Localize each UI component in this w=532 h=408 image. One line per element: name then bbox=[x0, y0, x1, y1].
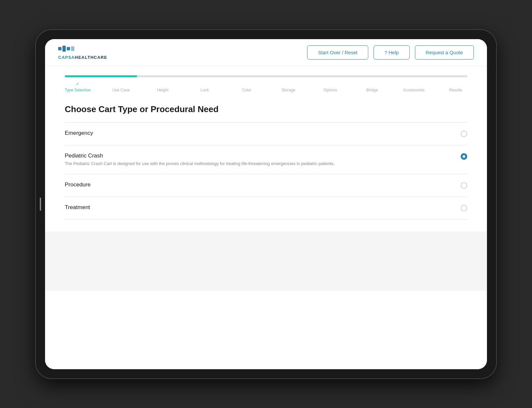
step-label-use-case: Use Case bbox=[112, 88, 130, 92]
option-name-pediatric-crash: Pediatric Crash bbox=[65, 153, 454, 159]
option-desc-pediatric-crash: The Pediatric Crash Cart is designed for… bbox=[65, 160, 454, 167]
step-label-bridge: Bridge bbox=[366, 88, 378, 92]
page-content: Choose Cart Type or Procedural Need Emer… bbox=[45, 92, 487, 232]
step-label-options: Options bbox=[324, 88, 337, 92]
radio-emergency[interactable] bbox=[461, 131, 467, 137]
option-row-treatment[interactable]: Treatment bbox=[65, 197, 467, 220]
header-buttons: Start Over / Reset ? Help Request a Quot… bbox=[307, 45, 474, 60]
header: CAPSAHEALTHCARE Start Over / Reset ? Hel… bbox=[45, 39, 487, 66]
radio-treatment[interactable] bbox=[461, 205, 467, 211]
progress-fill bbox=[65, 75, 137, 77]
main-content: ✓ Type Selection Use Case Height Lock bbox=[45, 66, 487, 369]
step-use-case[interactable]: Use Case bbox=[109, 81, 133, 92]
radio-wrap-emergency[interactable] bbox=[461, 130, 467, 137]
step-accessories[interactable]: Accessories bbox=[402, 81, 425, 92]
step-label-accessories: Accessories bbox=[403, 88, 424, 92]
step-check-options bbox=[330, 81, 331, 86]
bottom-area bbox=[45, 231, 487, 291]
radio-procedure[interactable] bbox=[461, 182, 467, 189]
svg-rect-0 bbox=[58, 47, 61, 50]
radio-wrap-pediatric-crash[interactable] bbox=[461, 153, 467, 160]
step-check-results bbox=[455, 81, 456, 86]
step-label-type-selection: Type Selection bbox=[65, 88, 91, 92]
option-content-emergency: Emergency bbox=[65, 130, 461, 138]
option-row-emergency[interactable]: Emergency bbox=[65, 123, 467, 145]
progress-track bbox=[65, 75, 467, 77]
step-label-storage: Storage bbox=[281, 88, 295, 92]
progress-steps: ✓ Type Selection Use Case Height Lock bbox=[65, 81, 467, 92]
start-over-button[interactable]: Start Over / Reset bbox=[307, 45, 368, 60]
step-height[interactable]: Height bbox=[151, 81, 174, 92]
option-name-treatment: Treatment bbox=[65, 204, 454, 211]
progress-area: ✓ Type Selection Use Case Height Lock bbox=[45, 66, 487, 92]
logo-icon bbox=[58, 45, 75, 54]
step-check-color bbox=[246, 81, 247, 86]
step-type-selection[interactable]: ✓ Type Selection bbox=[65, 81, 91, 92]
help-button[interactable]: ? Help bbox=[374, 45, 409, 60]
option-content-procedure: Procedure bbox=[65, 181, 461, 189]
step-check-height bbox=[162, 81, 163, 86]
step-label-height: Height bbox=[157, 88, 169, 92]
step-label-lock: Lock bbox=[201, 88, 209, 92]
step-color[interactable]: Color bbox=[235, 81, 258, 92]
logo-area: CAPSAHEALTHCARE bbox=[58, 45, 107, 60]
step-label-results: Results bbox=[449, 88, 462, 92]
step-lock[interactable]: Lock bbox=[193, 81, 216, 92]
radio-pediatric-crash[interactable] bbox=[461, 153, 467, 160]
page-title: Choose Cart Type or Procedural Need bbox=[65, 104, 467, 114]
device-frame: CAPSAHEALTHCARE Start Over / Reset ? Hel… bbox=[36, 30, 496, 378]
request-quote-button[interactable]: Request a Quote bbox=[415, 45, 474, 60]
device-screen: CAPSAHEALTHCARE Start Over / Reset ? Hel… bbox=[45, 39, 487, 369]
step-check-bridge bbox=[372, 81, 373, 86]
option-content-treatment: Treatment bbox=[65, 204, 461, 212]
step-check-accessories bbox=[413, 81, 414, 86]
option-list: Emergency Pediatric Crash The Pediatric … bbox=[65, 122, 467, 220]
step-check-use-case bbox=[120, 81, 121, 86]
option-row-pediatric-crash[interactable]: Pediatric Crash The Pediatric Crash Cart… bbox=[65, 145, 467, 175]
step-results[interactable]: Results bbox=[444, 81, 467, 92]
option-row-procedure[interactable]: Procedure bbox=[65, 174, 467, 197]
radio-wrap-treatment[interactable] bbox=[461, 204, 467, 211]
step-label-color: Color bbox=[242, 88, 251, 92]
radio-wrap-procedure[interactable] bbox=[461, 181, 467, 189]
step-check-type-selection: ✓ bbox=[76, 81, 80, 86]
logo-text: CAPSAHEALTHCARE bbox=[58, 55, 107, 60]
option-name-emergency: Emergency bbox=[65, 130, 454, 136]
step-options[interactable]: Options bbox=[319, 81, 342, 92]
svg-rect-2 bbox=[67, 47, 70, 50]
step-check-lock bbox=[204, 81, 205, 86]
step-check-storage bbox=[288, 81, 289, 86]
side-button bbox=[40, 198, 41, 211]
svg-rect-1 bbox=[62, 46, 66, 52]
option-name-procedure: Procedure bbox=[65, 181, 454, 188]
option-content-pediatric-crash: Pediatric Crash The Pediatric Crash Cart… bbox=[65, 153, 461, 167]
step-bridge[interactable]: Bridge bbox=[360, 81, 383, 92]
step-storage[interactable]: Storage bbox=[277, 81, 300, 92]
svg-rect-3 bbox=[71, 46, 74, 51]
